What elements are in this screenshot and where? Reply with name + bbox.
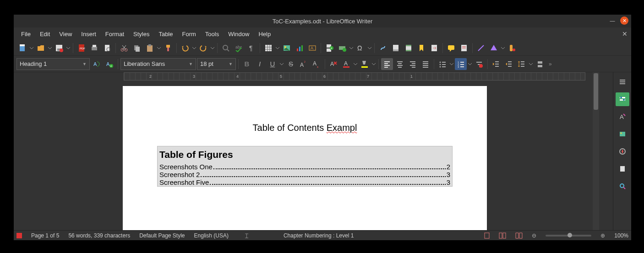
- document-view[interactable]: 2 3 4 5 6 7 1 Table of Contents Exampl T…: [14, 72, 613, 230]
- zoom-in-button[interactable]: ⊕: [600, 232, 605, 239]
- status-page-style[interactable]: Default Page Style: [139, 232, 185, 239]
- clear-formatting-icon[interactable]: A: [327, 58, 339, 70]
- bullet-list-icon[interactable]: [437, 58, 448, 70]
- print-icon[interactable]: [88, 42, 100, 54]
- new-doc-icon[interactable]: [16, 42, 28, 54]
- print-preview-icon[interactable]: [101, 42, 113, 54]
- italic-button[interactable]: I: [254, 58, 266, 70]
- para-spacing-icon[interactable]: [534, 58, 546, 70]
- outline-list-icon[interactable]: [473, 58, 485, 70]
- menu-view[interactable]: View: [55, 29, 76, 39]
- insert-header-footer-icon[interactable]: [403, 42, 415, 54]
- spellcheck-icon[interactable]: abc: [233, 42, 245, 54]
- subscript-button[interactable]: A₂: [311, 58, 322, 70]
- strikethrough-button[interactable]: S: [285, 58, 297, 70]
- sidebar-gallery-icon[interactable]: [616, 127, 629, 141]
- increase-indent-icon[interactable]: [490, 58, 502, 70]
- align-right-icon[interactable]: [407, 58, 419, 70]
- dropdown-caret-icon[interactable]: [353, 58, 358, 70]
- decrease-indent-icon[interactable]: [503, 58, 515, 70]
- sidebar-properties-icon[interactable]: [616, 92, 629, 106]
- sidebar-style-inspector-icon[interactable]: [616, 179, 629, 193]
- insert-table-icon[interactable]: [262, 42, 274, 54]
- zoom-value[interactable]: 100%: [614, 232, 628, 239]
- highlight-color-icon[interactable]: [359, 58, 371, 70]
- status-language[interactable]: English (USA): [194, 232, 229, 239]
- align-center-icon[interactable]: [394, 58, 406, 70]
- insert-special-char-icon[interactable]: Ω: [355, 42, 366, 54]
- menu-help[interactable]: Help: [254, 29, 275, 39]
- pdf-export-icon[interactable]: PDF: [76, 42, 87, 54]
- save-indicator-icon[interactable]: [16, 233, 22, 238]
- insert-textbox-icon[interactable]: A: [306, 42, 318, 54]
- insert-footnote-icon[interactable]: [390, 42, 402, 54]
- toolbar-overflow-icon[interactable]: »: [547, 61, 554, 67]
- horizontal-ruler[interactable]: 2 3 4 5 6 7 1: [124, 72, 585, 81]
- dropdown-caret-icon[interactable]: [367, 42, 372, 54]
- dropdown-caret-icon[interactable]: [66, 42, 71, 54]
- dropdown-caret-icon[interactable]: [529, 58, 533, 70]
- insert-field-icon[interactable]: [336, 42, 348, 54]
- sidebar-menu-icon[interactable]: [616, 75, 629, 89]
- menu-tools[interactable]: Tools: [201, 29, 224, 39]
- superscript-button[interactable]: A²: [298, 58, 310, 70]
- view-single-page-icon[interactable]: [484, 232, 490, 239]
- bold-button[interactable]: B: [241, 58, 253, 70]
- font-name-select[interactable]: Liberation Sans ▼: [120, 58, 196, 70]
- sidebar-navigator-icon[interactable]: [616, 145, 629, 158]
- new-style-icon[interactable]: A+: [104, 58, 115, 70]
- open-icon[interactable]: [35, 42, 47, 54]
- insert-cross-ref-icon[interactable]: [428, 42, 440, 54]
- zoom-out-button[interactable]: ⊖: [532, 232, 536, 239]
- dropdown-caret-icon[interactable]: [371, 58, 376, 70]
- clone-formatting-icon[interactable]: [162, 42, 174, 54]
- insert-hyperlink-icon[interactable]: [377, 42, 389, 54]
- dropdown-caret-icon[interactable]: [192, 42, 196, 54]
- save-icon[interactable]: [53, 42, 65, 54]
- cut-icon[interactable]: [118, 42, 130, 54]
- font-size-select[interactable]: 18 pt ▼: [197, 58, 236, 70]
- line-spacing-icon[interactable]: [516, 58, 528, 70]
- find-replace-icon[interactable]: [220, 42, 232, 54]
- menu-form[interactable]: Form: [177, 29, 200, 39]
- insert-chart-icon[interactable]: [294, 42, 306, 54]
- dropdown-caret-icon[interactable]: [157, 42, 161, 54]
- undo-icon[interactable]: [179, 42, 191, 54]
- menu-format[interactable]: Format: [101, 29, 129, 39]
- scrollbar-thumb[interactable]: [594, 73, 598, 110]
- insert-page-break-icon[interactable]: +: [323, 42, 335, 54]
- zoom-slider-knob[interactable]: [568, 233, 572, 237]
- close-document-button[interactable]: ✕: [622, 30, 628, 38]
- insert-comment-icon[interactable]: [445, 42, 457, 54]
- toc-entry[interactable]: Screenshots One 2: [158, 163, 452, 171]
- dropdown-caret-icon[interactable]: [275, 42, 280, 54]
- document-page[interactable]: Table of Contents Exampl Table of Figure…: [123, 86, 487, 230]
- track-changes-icon[interactable]: [458, 42, 470, 54]
- menu-insert[interactable]: Insert: [76, 29, 101, 39]
- dropdown-caret-icon[interactable]: [349, 42, 354, 54]
- redo-icon[interactable]: [197, 42, 209, 54]
- status-insert-mode[interactable]: ⌶: [238, 232, 256, 239]
- number-list-icon[interactable]: 123: [455, 58, 467, 70]
- insert-line-icon[interactable]: [475, 42, 487, 54]
- dropdown-caret-icon[interactable]: [29, 42, 34, 54]
- copy-icon[interactable]: [131, 42, 143, 54]
- dropdown-caret-icon[interactable]: [468, 58, 472, 70]
- menu-styles[interactable]: Styles: [129, 29, 154, 39]
- toc-entry[interactable]: Screenshot Five 3: [158, 178, 452, 186]
- status-wordcount[interactable]: 56 words, 339 characters: [68, 232, 130, 239]
- dropdown-caret-icon[interactable]: [501, 42, 505, 54]
- menu-edit[interactable]: Edit: [35, 29, 55, 39]
- close-window-button[interactable]: ✕: [620, 16, 628, 25]
- insert-image-icon[interactable]: [281, 42, 293, 54]
- page-title[interactable]: Table of Contents Exampl: [157, 123, 453, 133]
- draw-functions-icon[interactable]: [506, 42, 518, 54]
- dropdown-caret-icon[interactable]: [48, 42, 52, 54]
- dropdown-caret-icon[interactable]: [210, 42, 215, 54]
- dropdown-caret-icon[interactable]: [449, 58, 454, 70]
- basic-shapes-icon[interactable]: [488, 42, 500, 54]
- view-book-icon[interactable]: [515, 232, 523, 239]
- menu-table[interactable]: Table: [154, 29, 177, 39]
- formatting-marks-icon[interactable]: ¶: [246, 42, 257, 54]
- status-page[interactable]: Page 1 of 5: [31, 232, 59, 239]
